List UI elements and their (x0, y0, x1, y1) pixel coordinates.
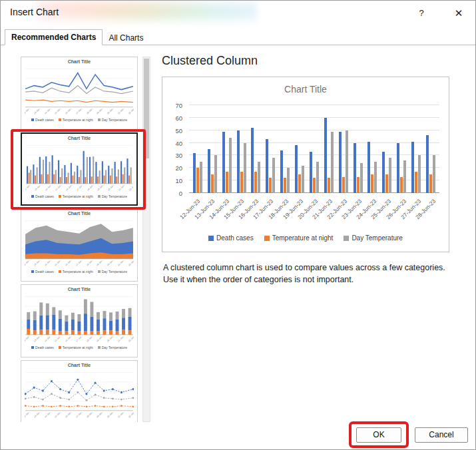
mini-stacked-area-chart (25, 218, 134, 260)
preview-pane: Clustered Column Chart Title 01020304050… (162, 54, 457, 68)
bar (328, 178, 330, 193)
preview-heading: Clustered Column (162, 54, 457, 68)
bar (411, 142, 414, 193)
mini-legend-label: Day Temperature (102, 194, 127, 198)
chart-thumbnail-line[interactable]: Chart Title 12-Jun-2313-Jun-2314-Jun-231… (21, 57, 138, 130)
chart-description: A clustered column chart is used to comp… (163, 262, 451, 286)
cancel-button[interactable]: Cancel (415, 427, 468, 443)
bar (237, 130, 240, 193)
insert-chart-dialog: Insert Chart ? ✕ Recommended Charts All … (0, 0, 476, 450)
help-icon[interactable]: ? (411, 5, 431, 22)
legend-label: Day Temperature (352, 234, 403, 242)
bar (208, 149, 210, 193)
bar (403, 160, 406, 193)
ok-button[interactable]: OK (356, 427, 401, 443)
bar (385, 174, 388, 193)
mini-x-axis-labels: 12-Jun-2313-Jun-2314-Jun-2315-Jun-2316-J… (25, 412, 134, 421)
mini-legend-label: Temperature at night (63, 345, 93, 349)
tab-recommended-charts[interactable]: Recommended Charts (5, 29, 103, 45)
titlebar[interactable]: Insert Chart ? ✕ (1, 1, 475, 29)
legend-label: Temperature at night (272, 234, 334, 242)
chart-type-list: Chart Title 12-Jun-2313-Jun-2314-Jun-231… (21, 57, 138, 422)
bar (222, 132, 225, 193)
mini-legend-label: Death cases (35, 194, 54, 198)
bar (357, 177, 359, 194)
bar (367, 142, 370, 193)
bar (397, 143, 399, 193)
bar (374, 162, 377, 193)
bar-group (307, 152, 322, 193)
y-axis-tick-label: 40 (175, 139, 182, 146)
bar (433, 155, 435, 193)
mini-legend-label: Death cases (35, 118, 54, 122)
bar (346, 130, 348, 193)
scrollbar-thumb[interactable] (144, 59, 149, 158)
bar-group (336, 130, 351, 193)
y-axis: 010203040506070 (166, 105, 185, 193)
bar (226, 172, 228, 193)
tab-bar: Recommended Charts All Charts (1, 30, 475, 45)
chart-thumbnail-clustered-column[interactable]: Chart Title 12-Jun-2313-Jun-2314-Jun-231… (21, 132, 138, 206)
bar (339, 132, 342, 193)
bar (240, 172, 243, 193)
bar-group (234, 130, 249, 193)
bar (316, 162, 319, 193)
chart-title: Chart Title (162, 84, 449, 95)
chart-thumbnail-line-markers[interactable]: Chart Title 12-Jun-2313-Jun-2314-Jun-231… (21, 360, 138, 422)
mini-legend: Death cases Temperature at night Day Tem… (25, 194, 133, 199)
y-axis-tick-label: 50 (175, 126, 182, 134)
mini-clustered-column-chart (25, 143, 133, 184)
mini-legend-label: Day Temperature (102, 345, 127, 349)
mini-chart-title: Chart Title (25, 363, 134, 369)
bar (266, 139, 268, 193)
bar (214, 155, 217, 193)
dialog-title: Insert Chart (10, 7, 59, 17)
bar-group (379, 152, 394, 193)
chart-thumbnail-stacked-column[interactable]: Chart Title 12-Jun-2313-Jun-2314-Jun-231… (21, 284, 138, 357)
bar (251, 128, 254, 193)
bar (280, 150, 283, 193)
bar-group (365, 142, 380, 193)
bar (284, 178, 286, 193)
bar (229, 138, 232, 193)
list-scrollbar[interactable] (142, 57, 150, 422)
mini-legend-label: Day Temperature (102, 118, 127, 122)
bar (200, 162, 202, 193)
mini-x-axis-labels: 12-Jun-2313-Jun-2314-Jun-2315-Jun-2316-J… (25, 260, 134, 269)
mini-legend: Death cases Temperature at night Day Tem… (25, 117, 134, 122)
bar (360, 163, 363, 193)
tab-all-charts[interactable]: All Charts (103, 31, 149, 45)
y-axis-tick-label: 70 (175, 102, 182, 109)
mini-legend-label: Temperature at night (63, 118, 93, 122)
mini-legend-label: Temperature at night (63, 270, 93, 274)
bar (324, 118, 327, 193)
close-icon[interactable]: ✕ (449, 5, 469, 22)
bar-group (205, 149, 220, 193)
bar (382, 152, 385, 193)
bar (196, 168, 199, 193)
bar (331, 132, 334, 193)
mini-legend-label: Death cases (35, 270, 54, 274)
mini-line-markers-chart (25, 370, 134, 411)
mini-legend-label: Temperature at night (63, 194, 93, 198)
bar (298, 174, 301, 193)
y-axis-tick-label: 10 (175, 177, 182, 184)
mini-x-axis-labels: 12-Jun-2313-Jun-2314-Jun-2315-Jun-2316-J… (25, 185, 133, 194)
mini-legend-label: Day Temperature (102, 270, 127, 274)
bar (310, 152, 312, 193)
y-axis-tick-label: 20 (175, 164, 182, 172)
bar (400, 177, 403, 194)
chart-thumbnail-stacked-area[interactable]: Chart Title 12-Jun-2313-Jun-2314-Jun-231… (21, 208, 138, 282)
x-axis: 12-Jun-2313-Jun-2314-Jun-2315-Jun-2316-J… (189, 194, 439, 229)
bar (258, 162, 260, 193)
bar (389, 158, 391, 193)
bar-group (351, 143, 365, 193)
bar (244, 143, 246, 193)
mini-x-axis-labels: 12-Jun-2313-Jun-2314-Jun-2315-Jun-2316-J… (25, 109, 134, 117)
mini-chart-title: Chart Title (25, 136, 133, 142)
bar (429, 174, 432, 193)
mini-x-axis-labels: 12-Jun-2313-Jun-2314-Jun-2315-Jun-2316-J… (25, 336, 134, 345)
bar (295, 145, 298, 193)
bar-group (423, 135, 438, 193)
bar (269, 178, 272, 193)
